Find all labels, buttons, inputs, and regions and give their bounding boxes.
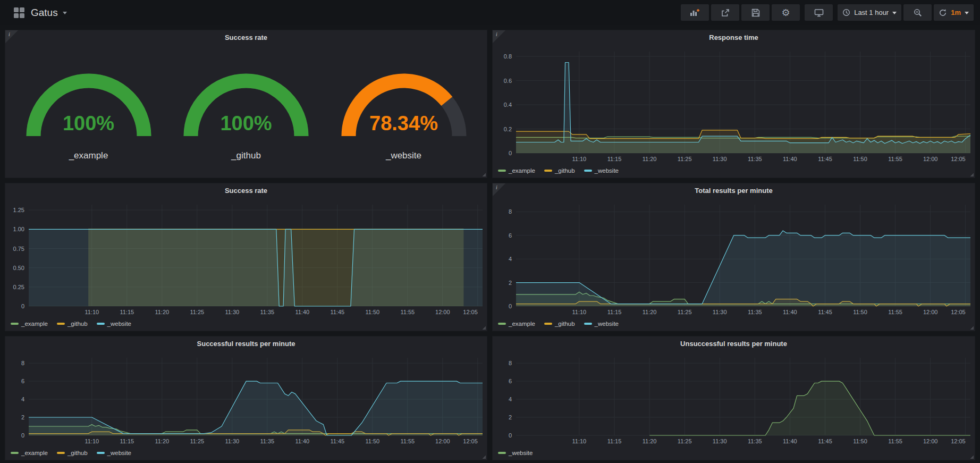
time-range-picker[interactable]: Last 1 hour [838,4,901,21]
panel-title[interactable]: Success rate [5,30,487,44]
legend-swatch [544,323,552,325]
chart-legend: _website [493,446,975,460]
share-icon [721,9,730,17]
chart-canvas[interactable]: 11:1011:1511:2011:2511:3011:3511:4011:45… [5,350,487,446]
svg-text:11:40: 11:40 [783,438,797,444]
svg-text:11:15: 11:15 [607,156,622,162]
legend-item-_github[interactable]: _github [57,450,88,456]
panel-resize-handle[interactable] [969,325,974,330]
svg-text:0.75: 0.75 [13,246,24,252]
chart-canvas[interactable]: 11:1011:1511:2011:2511:3011:3511:4011:45… [493,44,975,164]
chevron-down-icon [965,12,969,16]
legend-swatch [97,323,105,325]
panel-info-icon[interactable] [5,30,18,43]
svg-text:11:40: 11:40 [295,438,309,444]
legend-item-_github[interactable]: _github [544,167,575,174]
svg-text:12:05: 12:05 [463,309,478,315]
svg-text:11:10: 11:10 [85,438,99,444]
svg-text:11:50: 11:50 [853,309,867,315]
legend-swatch [498,323,506,325]
chart-canvas[interactable]: 11:1011:1511:2011:2511:3011:3511:4011:45… [5,197,487,317]
panel-info-icon[interactable] [493,183,505,196]
legend-item-_example[interactable]: _example [11,450,48,456]
share-button[interactable] [711,4,739,21]
svg-text:12:00: 12:00 [435,438,450,444]
svg-text:11:10: 11:10 [85,309,99,315]
save-button[interactable] [741,4,770,21]
svg-text:11:55: 11:55 [400,438,415,444]
svg-text:11:35: 11:35 [260,438,274,444]
legend-item-_example[interactable]: _example [11,321,48,327]
svg-text:2: 2 [509,280,512,286]
panel-successful-results: Successful results per minute 11:1011:15… [5,336,487,460]
legend-label: _github [67,321,88,327]
cycle-view-button[interactable] [805,4,833,21]
legend-label: _website [107,450,131,456]
grid-icon[interactable] [14,7,24,18]
navbar: Gatus [0,0,980,25]
legend-swatch [97,452,105,454]
panel-resize-handle[interactable] [969,454,974,459]
chart-canvas[interactable]: 11:1011:1511:2011:2511:3011:3511:4011:45… [493,350,975,446]
panel-info-icon[interactable] [493,30,505,43]
legend-item-_website[interactable]: _website [97,450,131,456]
panel-title[interactable]: Success rate [5,183,487,197]
svg-text:12:00: 12:00 [923,309,938,315]
svg-text:12:00: 12:00 [923,156,938,162]
panel-resize-handle[interactable] [481,172,486,176]
legend-item-_website[interactable]: _website [584,167,619,174]
legend-item-_example[interactable]: _example [498,321,535,327]
dashboard-grid: i Success rate 100%_example100%_github78… [0,25,980,460]
svg-text:0.8: 0.8 [504,53,512,60]
legend-label: _github [67,450,88,456]
chart-canvas[interactable]: 11:1011:1511:2011:2511:3011:3511:4011:45… [493,197,975,317]
svg-text:11:45: 11:45 [330,438,344,444]
svg-text:0.2: 0.2 [504,126,512,132]
svg-text:11:55: 11:55 [888,156,902,162]
legend-swatch [544,170,552,172]
panel-title[interactable]: Response time [493,30,975,44]
legend-item-_website[interactable]: _website [97,321,131,327]
panel-title[interactable]: Successful results per minute [5,336,487,350]
svg-text:12:05: 12:05 [951,438,966,444]
svg-text:11:40: 11:40 [295,309,309,315]
panel-total-results: i Total results per minute 11:1011:1511:… [492,183,975,331]
time-range-label: Last 1 hour [854,9,889,16]
legend-item-_website[interactable]: _website [584,321,619,327]
panel-resize-handle[interactable] [481,454,486,459]
gauge-value: 100% [14,112,163,135]
legend-item-_website[interactable]: _website [498,450,533,456]
gauge-label: _github [231,150,261,161]
svg-text:11:50: 11:50 [853,438,867,444]
legend-label: _example [509,321,535,327]
settings-button[interactable]: ⚙ [772,4,800,21]
dashboard-title: Gatus [31,7,58,19]
svg-text:8: 8 [509,208,512,215]
svg-text:11:30: 11:30 [225,309,239,315]
svg-text:0: 0 [509,432,512,439]
zoom-out-button[interactable] [903,4,932,21]
panel-resize-handle[interactable] [481,325,486,330]
add-panel-button[interactable] [681,4,709,21]
svg-text:11:55: 11:55 [888,438,902,444]
panel-title[interactable]: Total results per minute [493,183,975,197]
svg-text:0: 0 [21,303,24,309]
legend-item-_github[interactable]: _github [57,321,88,327]
panel-resize-handle[interactable] [969,172,974,176]
refresh-picker[interactable]: 1m [934,4,974,21]
svg-text:6: 6 [509,378,512,384]
svg-text:0.6: 0.6 [504,78,512,84]
svg-text:4: 4 [509,396,512,402]
panel-title[interactable]: Unsuccessful results per minute [493,336,975,350]
svg-text:11:45: 11:45 [330,309,344,315]
svg-text:11:10: 11:10 [572,438,587,444]
legend-item-_example[interactable]: _example [498,167,535,174]
svg-text:0.4: 0.4 [504,102,512,108]
gauge-_github: 100%_github [172,61,320,161]
svg-text:11:20: 11:20 [643,309,657,315]
dashboard-title-button[interactable]: Gatus [31,7,67,19]
legend-label: _github [555,321,575,327]
svg-text:11:20: 11:20 [155,309,169,315]
legend-item-_github[interactable]: _github [544,321,575,327]
gauge-_website: 78.34%_website [330,61,478,161]
